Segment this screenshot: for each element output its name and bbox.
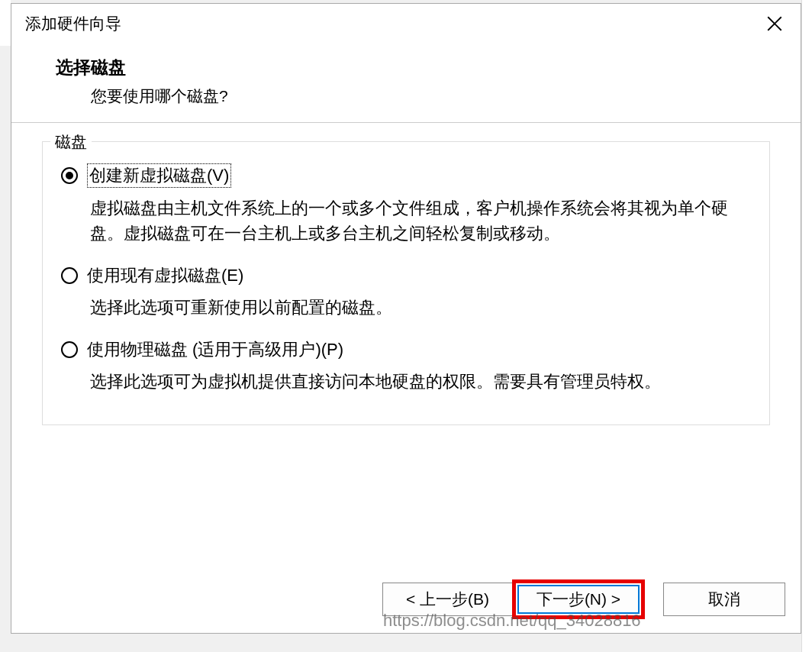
title-bar: 添加硬件向导 (11, 4, 801, 40)
radio-icon-unchecked[interactable] (61, 341, 78, 358)
background-fragment (0, 0, 11, 46)
cancel-button[interactable]: 取消 (663, 583, 785, 616)
radio-label-create: 创建新虚拟磁盘(V) (87, 163, 231, 188)
radio-icon-checked[interactable] (61, 167, 78, 184)
next-button[interactable]: 下一步(N) > (517, 585, 640, 614)
page-title: 选择磁盘 (56, 56, 770, 79)
close-button[interactable] (759, 10, 790, 37)
group-label: 磁盘 (50, 131, 92, 153)
radio-desc-physical: 选择此选项可为虚拟机提供直接访问本地硬盘的权限。需要具有管理员特权。 (90, 369, 751, 394)
back-button[interactable]: < 上一步(B) (382, 583, 512, 616)
radio-desc-create: 虚拟磁盘由主机文件系统上的一个或多个文件组成，客户机操作系统会将其视为单个硬盘。… (90, 195, 751, 246)
background-edge (801, 0, 812, 652)
radio-desc-existing: 选择此选项可重新使用以前配置的磁盘。 (90, 295, 751, 320)
disk-group: 磁盘 创建新虚拟磁盘(V) 虚拟磁盘由主机文件系统上的一个或多个文件组成，客户机… (42, 141, 770, 425)
option-use-physical-disk[interactable]: 使用物理磁盘 (适用于高级用户)(P) 选择此选项可为虚拟机提供直接访问本地硬盘… (61, 338, 751, 394)
content-area: 磁盘 创建新虚拟磁盘(V) 虚拟磁盘由主机文件系统上的一个或多个文件组成，客户机… (11, 123, 801, 570)
radio-label-physical: 使用物理磁盘 (适用于高级用户)(P) (87, 338, 343, 361)
radio-row: 使用物理磁盘 (适用于高级用户)(P) (61, 338, 751, 361)
radio-icon-unchecked[interactable] (61, 267, 78, 284)
radio-row: 使用现有虚拟磁盘(E) (61, 264, 751, 287)
header-section: 选择磁盘 您要使用哪个磁盘? (11, 40, 801, 123)
option-create-new-disk[interactable]: 创建新虚拟磁盘(V) 虚拟磁盘由主机文件系统上的一个或多个文件组成，客户机操作系… (61, 163, 751, 246)
radio-label-existing: 使用现有虚拟磁盘(E) (87, 264, 243, 287)
page-subtitle: 您要使用哪个磁盘? (91, 86, 770, 107)
next-button-highlight: 下一步(N) > (512, 579, 645, 619)
option-use-existing-disk[interactable]: 使用现有虚拟磁盘(E) 选择此选项可重新使用以前配置的磁盘。 (61, 264, 751, 320)
close-icon (767, 16, 782, 31)
radio-row: 创建新虚拟磁盘(V) (61, 163, 751, 188)
button-bar: < 上一步(B) 下一步(N) > 取消 (11, 570, 801, 633)
dialog-title: 添加硬件向导 (25, 13, 121, 34)
add-hardware-wizard-dialog: 添加硬件向导 选择磁盘 您要使用哪个磁盘? 磁盘 创建新虚拟磁盘(V) 虚拟磁盘… (11, 3, 801, 634)
